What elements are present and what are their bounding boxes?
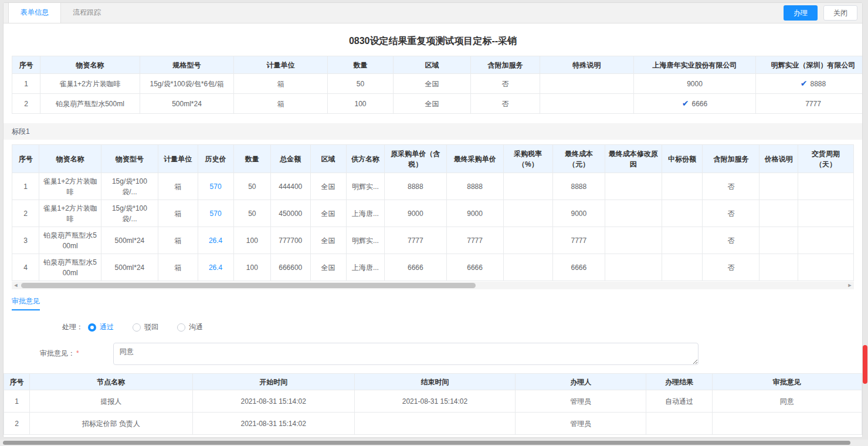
table-cell xyxy=(760,227,798,254)
table-cell xyxy=(646,413,713,435)
table-cell: 6666 xyxy=(553,254,605,281)
column-header: 采购税率（%） xyxy=(503,145,552,173)
column-header: 序号 xyxy=(12,56,40,74)
table-cell xyxy=(662,254,703,281)
column-header: 特殊说明 xyxy=(540,56,634,74)
scroll-right-arrow[interactable]: ► xyxy=(846,282,854,289)
table-cell: 铂泉葫芦瓶型水500ml xyxy=(39,254,101,281)
table-cell xyxy=(798,173,853,200)
column-header: 最终采购单价 xyxy=(446,145,503,173)
table-cell: 9000 xyxy=(446,200,503,227)
table-cell xyxy=(662,173,703,200)
table-cell xyxy=(605,200,662,227)
history-price-link[interactable]: 26.4 xyxy=(209,263,222,272)
table-cell: 箱 xyxy=(158,254,198,281)
radio-icon xyxy=(133,323,141,332)
table-cell: 管理员 xyxy=(516,413,646,435)
history-price-link[interactable]: 26.4 xyxy=(209,236,222,245)
handle-button[interactable]: 办理 xyxy=(784,5,818,21)
table-cell: 15g/袋*100袋/包*6包/箱 xyxy=(140,74,234,94)
column-header: 总金额 xyxy=(270,145,310,173)
table-cell: 上海唐... xyxy=(346,254,384,281)
page-horizontal-scrollbar-thumb[interactable] xyxy=(3,441,850,445)
horizontal-scrollbar-thumb[interactable] xyxy=(21,283,476,288)
table-cell xyxy=(605,254,662,281)
table-cell: 同意 xyxy=(712,390,862,413)
table-cell: 全国 xyxy=(394,94,471,114)
history-price-link[interactable]: 570 xyxy=(210,210,222,218)
table-cell: 2021-08-31 15:14:02 xyxy=(354,390,515,413)
table-cell: 100 xyxy=(233,227,270,254)
table-cell: 否 xyxy=(471,74,540,94)
column-header: 办理结果 xyxy=(646,374,713,390)
table-header-row: 序号物资名称规格型号计量单位数量区域含附加服务特殊说明上海唐年实业股份有限公司明… xyxy=(12,56,863,74)
vertical-scrollbar-thumb[interactable] xyxy=(863,345,867,384)
cell-text: 8888 xyxy=(811,80,826,88)
tab-form-info[interactable]: 表单信息 xyxy=(8,3,61,23)
column-header: 节点名称 xyxy=(30,374,192,390)
page-horizontal-scrollbar[interactable] xyxy=(0,440,868,446)
table-cell xyxy=(662,227,703,254)
table-cell: 50 xyxy=(328,74,394,94)
approval-opinion-heading[interactable]: 审批意见 xyxy=(12,296,40,310)
column-header: 开始时间 xyxy=(192,374,354,390)
radio-label: 驳回 xyxy=(144,322,158,332)
tab-process-tracking[interactable]: 流程跟踪 xyxy=(61,3,113,23)
column-header: 交货周期（天） xyxy=(798,145,853,173)
column-header: 序号 xyxy=(12,145,39,173)
table-cell: 全国 xyxy=(310,254,346,281)
horizontal-scrollbar[interactable]: ◄ ► xyxy=(12,282,854,289)
table-cell: 否 xyxy=(703,200,760,227)
table-row: 1雀巢1+2方片装咖啡15g/袋*100袋/包*6包/箱箱50全国否9000✔8… xyxy=(12,74,863,94)
radio-option-2[interactable]: 驳回 xyxy=(133,322,158,332)
table-row: 1雀巢1+2方片装咖啡15g/袋*100袋/...箱57050444400全国明… xyxy=(12,173,854,200)
table-cell: 雀巢1+2方片装咖啡 xyxy=(39,173,101,200)
table-cell xyxy=(760,254,798,281)
table-cell: 570 xyxy=(198,173,233,200)
column-header: 审批意见 xyxy=(712,374,862,390)
table-cell: 箱 xyxy=(234,94,328,114)
table-cell: 9000 xyxy=(385,200,447,227)
radio-icon xyxy=(88,323,96,332)
radio-option-3[interactable]: 沟通 xyxy=(177,322,203,332)
table-cell: 箱 xyxy=(234,74,328,94)
table-cell: 2021-08-31 15:14:02 xyxy=(192,390,354,413)
table-header-row: 序号节点名称开始时间结束时间办理人办理结果审批意见 xyxy=(4,374,862,390)
table-cell: 666600 xyxy=(270,254,310,281)
column-header: 上海唐年实业股份有限公司 xyxy=(634,56,756,74)
table-cell xyxy=(503,254,552,281)
table-cell: 570 xyxy=(198,200,233,227)
table-cell xyxy=(605,173,662,200)
table-cell xyxy=(354,413,515,435)
table-cell: 50 xyxy=(233,173,270,200)
table-cell: 7777 xyxy=(446,227,503,254)
table-cell: 上海唐... xyxy=(346,200,384,227)
table-cell: 50 xyxy=(233,200,270,227)
table-cell: 26.4 xyxy=(198,254,233,281)
process-radio-group: 处理： 通过驳回沟通 xyxy=(62,322,862,332)
table-cell: 铂泉葫芦瓶型水500ml xyxy=(39,227,101,254)
table-cell: 100 xyxy=(328,94,394,114)
close-button[interactable]: 关闭 xyxy=(823,5,857,21)
table-cell: 箱 xyxy=(158,173,198,200)
table-cell: 8888 xyxy=(446,173,503,200)
table-cell: ✔8888 xyxy=(756,74,863,94)
page: 表单信息 流程跟踪 办理 关闭 0830设定结果重复项测试项目定标--采销 序号… xyxy=(0,0,868,446)
scroll-left-arrow[interactable]: ◄ xyxy=(12,282,20,289)
table-cell: 雀巢1+2方片装咖啡 xyxy=(40,74,140,94)
table-cell: 26.4 xyxy=(198,227,233,254)
table-header-row: 序号物资名称物资型号计量单位历史价数量总金额区域供方名称原采购单价（含税）最终采… xyxy=(12,145,854,173)
table-cell: 自动通过 xyxy=(646,390,713,413)
radio-option-1[interactable]: 通过 xyxy=(88,322,114,332)
table-cell: 1 xyxy=(12,173,39,200)
history-price-link[interactable]: 570 xyxy=(210,183,222,191)
table-cell: 全国 xyxy=(310,200,346,227)
column-header: 物资型号 xyxy=(101,145,158,173)
table-cell: 9000 xyxy=(634,74,756,94)
table-cell: 500ml*24 xyxy=(140,94,234,114)
table-cell xyxy=(798,200,853,227)
opinion-textarea[interactable]: 同意 xyxy=(113,343,699,365)
table-row: 2雀巢1+2方片装咖啡15g/袋*100袋/...箱57050450000全国上… xyxy=(12,200,854,227)
table-row: 4铂泉葫芦瓶型水500ml500ml*24箱26.4100666600全国上海唐… xyxy=(12,254,854,281)
column-header: 计量单位 xyxy=(158,145,198,173)
